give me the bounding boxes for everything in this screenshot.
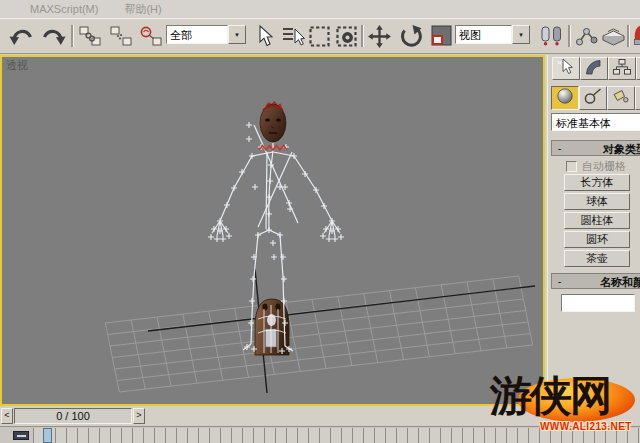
main-toolbar: 全部 ▼ 视图 ▼ 3 bbox=[0, 18, 640, 54]
menu-bar: MAXScript(M) 帮助(H) bbox=[0, 0, 640, 18]
category-lights[interactable] bbox=[607, 86, 635, 110]
redo-button[interactable] bbox=[39, 22, 67, 50]
toolbar-separator bbox=[361, 25, 364, 47]
bind-space-warp-icon bbox=[139, 25, 163, 47]
light-icon bbox=[611, 87, 631, 109]
rollout-title: 名称和颜色 bbox=[600, 275, 640, 290]
unlink-icon bbox=[109, 25, 133, 47]
category-shapes[interactable] bbox=[579, 86, 607, 110]
menu-maxscript[interactable]: MAXScript(M) bbox=[30, 3, 98, 15]
next-frame-button[interactable]: > bbox=[133, 408, 145, 424]
tab-create[interactable] bbox=[552, 57, 580, 80]
sphere-button[interactable]: 球体 bbox=[564, 193, 630, 210]
reference-coordinate-value: 视图 bbox=[455, 25, 512, 44]
layers-button[interactable] bbox=[599, 22, 627, 50]
tab-motion[interactable] bbox=[636, 57, 640, 80]
object-category-dropdown[interactable]: 标准基本体 bbox=[551, 113, 640, 131]
selection-filter-dropdown[interactable]: 全部 ▼ bbox=[166, 25, 246, 44]
chevron-down-icon[interactable]: ▼ bbox=[512, 25, 530, 44]
reference-coordinate-dropdown[interactable]: 视图 ▼ bbox=[455, 25, 530, 44]
box-button[interactable]: 长方体 bbox=[564, 174, 630, 191]
scale-icon bbox=[429, 24, 453, 48]
select-link-icon bbox=[78, 25, 102, 47]
track-bar-ticks[interactable] bbox=[33, 428, 640, 443]
modify-tab-icon bbox=[584, 58, 604, 80]
create-tab-icon bbox=[556, 58, 576, 80]
magnet-icon bbox=[631, 24, 640, 48]
mini-curve-editor-icon bbox=[17, 435, 26, 437]
cylinder-button[interactable]: 圆柱体 bbox=[564, 212, 630, 229]
redo-icon bbox=[40, 25, 67, 48]
rect-selection-region-button[interactable] bbox=[305, 22, 333, 50]
toolbar-separator bbox=[71, 25, 74, 47]
name-color-rollout-header[interactable]: - 名称和颜色 bbox=[551, 273, 640, 289]
mini-curve-editor-button[interactable] bbox=[13, 431, 29, 440]
ground-grid bbox=[105, 275, 532, 393]
undo-icon bbox=[8, 25, 35, 48]
command-panel: 标准基本体 - 对象类型 自动栅格 长方体 球体 圆柱体 圆环 茶壶 - 名称和… bbox=[547, 55, 640, 406]
character-head bbox=[259, 101, 287, 150]
viewport-scene bbox=[2, 57, 543, 404]
autogrid-label: 自动栅格 bbox=[582, 159, 626, 174]
window-crossing-icon bbox=[335, 25, 358, 48]
rollout-title: 对象类型 bbox=[603, 142, 640, 157]
toolbar-separator bbox=[568, 25, 571, 47]
select-arrow-icon bbox=[255, 25, 274, 48]
time-slider-row: < 0 / 100 > bbox=[0, 406, 640, 426]
torus-button[interactable]: 圆环 bbox=[564, 231, 630, 248]
hierarchy-tab-icon bbox=[612, 58, 632, 80]
window-crossing-button[interactable] bbox=[332, 22, 360, 50]
layers-icon bbox=[600, 24, 627, 48]
object-name-input[interactable] bbox=[561, 294, 635, 312]
current-frame-marker[interactable] bbox=[43, 428, 52, 443]
select-and-move-button[interactable] bbox=[365, 22, 393, 50]
geometry-sphere-icon bbox=[555, 87, 575, 109]
time-slider[interactable]: 0 / 100 bbox=[14, 408, 132, 424]
select-and-link-button[interactable] bbox=[76, 22, 104, 50]
collapse-icon: - bbox=[554, 275, 565, 287]
snap-toggle-button[interactable]: 3 bbox=[630, 22, 640, 50]
previous-frame-button[interactable]: < bbox=[1, 408, 13, 424]
viewport-label[interactable]: 透视 bbox=[6, 58, 28, 73]
mirror-icon bbox=[538, 24, 565, 48]
select-by-name-icon bbox=[281, 25, 306, 47]
track-bar[interactable] bbox=[0, 426, 640, 443]
select-and-scale-button[interactable] bbox=[427, 22, 455, 50]
tab-modify[interactable] bbox=[580, 57, 608, 80]
autogrid-checkbox[interactable] bbox=[566, 161, 577, 172]
rotate-icon bbox=[398, 24, 423, 49]
chevron-down-icon[interactable]: ▼ bbox=[228, 25, 246, 44]
rect-region-icon bbox=[308, 25, 331, 48]
shapes-icon bbox=[583, 87, 603, 109]
ik-toggle-button[interactable] bbox=[573, 22, 601, 50]
category-cameras[interactable] bbox=[635, 86, 640, 110]
menu-help[interactable]: 帮助(H) bbox=[124, 2, 161, 17]
select-object-button[interactable] bbox=[250, 22, 278, 50]
teapot-button[interactable]: 茶壶 bbox=[564, 250, 630, 267]
unlink-selection-button[interactable] bbox=[107, 22, 135, 50]
object-type-rollout-header[interactable]: - 对象类型 bbox=[551, 140, 640, 156]
selection-filter-value: 全部 bbox=[166, 25, 228, 44]
world-x-axis bbox=[148, 286, 535, 331]
category-geometry[interactable] bbox=[551, 86, 579, 110]
autogrid-row: 自动栅格 bbox=[566, 159, 626, 174]
ik-bones-icon bbox=[574, 24, 600, 48]
undo-button[interactable] bbox=[7, 22, 35, 50]
move-icon bbox=[367, 24, 392, 49]
select-and-rotate-button[interactable] bbox=[396, 22, 424, 50]
bind-to-space-warp-button[interactable] bbox=[137, 22, 165, 50]
perspective-viewport[interactable]: 透视 bbox=[0, 55, 545, 406]
select-by-name-button[interactable] bbox=[279, 22, 307, 50]
tab-hierarchy[interactable] bbox=[608, 57, 636, 80]
collapse-icon: - bbox=[554, 142, 565, 154]
mirror-button[interactable] bbox=[537, 22, 565, 50]
